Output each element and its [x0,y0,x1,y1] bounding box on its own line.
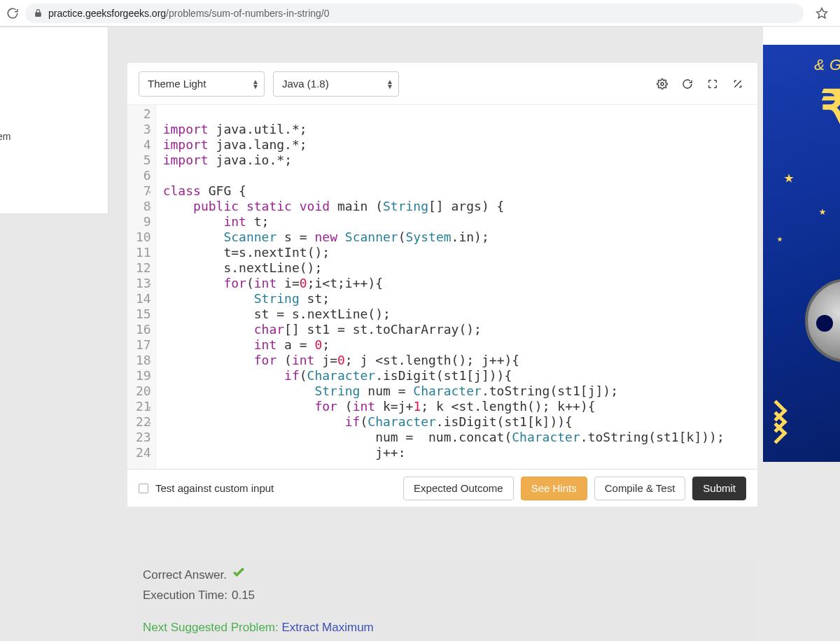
code-line[interactable]: String num = Character.toString(st1[j]); [163,383,750,399]
next-suggested-link[interactable]: Extract Maximum [281,621,373,634]
theme-select[interactable]: Theme Light [139,71,265,97]
reset-icon[interactable] [679,76,696,92]
line-number: 16 [136,322,151,337]
code-line[interactable]: public static void main (String[] args) … [163,199,750,214]
category-sidebar: shingeAlgorithmtrixcktrackingerating Sys… [0,27,108,214]
line-number: 9 [136,214,151,230]
line-number: 22▾ [136,414,151,430]
address-bar[interactable]: practice.geeksforgeeks.org/problems/sum-… [25,3,804,23]
star-icon [819,209,826,216]
see-hints-button[interactable]: See Hints [521,477,587,500]
line-number: 10 [136,230,151,245]
sidebar-item[interactable]: erating System [0,127,108,146]
editor-toolbar: Theme Light ▲▼ Java (1.8) ▲▼ [127,63,757,105]
line-number: 21▾ [136,399,151,414]
ad-rupee-icon: ₹ [763,84,840,130]
sidebar-show-more[interactable]: w more [0,185,108,205]
sidebar-item[interactable]: cktracking [0,107,108,127]
line-number: 14 [136,291,151,307]
line-number: 13▾ [136,276,151,291]
line-number: 5 [136,153,151,168]
code-line[interactable] [163,168,750,183]
sidebar-item[interactable]: shing [0,29,108,48]
code-line[interactable]: String st; [163,291,750,307]
code-line[interactable]: import java.lang.*; [163,137,750,153]
line-number-gutter: 23▾4567▾8▾910111213▾1415161718▾19▾2021▾2… [127,105,156,469]
reload-button[interactable] [0,1,25,26]
ad-get-text: & Get [763,56,840,74]
line-number: 2 [136,106,151,122]
custom-input-label: Test against custom input [155,482,274,494]
advertisement-banner[interactable]: We understand yo & Get ₹ [763,27,840,462]
film-reel-icon [784,272,840,376]
code-line[interactable]: t=s.nextInt(); [163,245,750,260]
line-number: 11 [136,245,151,260]
expand-icon[interactable] [729,76,746,92]
code-editor[interactable]: 23▾4567▾8▾910111213▾1415161718▾19▾2021▾2… [127,105,757,469]
language-select[interactable]: Java (1.8) [273,71,399,97]
lock-icon [34,8,43,17]
code-line[interactable]: import java.io.*; [163,153,750,168]
custom-input-checkbox[interactable] [139,484,148,493]
execution-time-label: Execution Time: [143,589,227,603]
line-number: 18▾ [136,353,151,368]
fold-marker-icon[interactable]: ▾ [148,416,152,431]
sidebar-item[interactable]: e [0,48,108,68]
code-line[interactable]: Scanner s = new Scanner(System.in); [163,230,750,245]
line-number: 15 [136,307,151,322]
line-number: 7▾ [136,183,151,199]
url-text: practice.geeksforgeeks.org/problems/sum-… [48,8,330,19]
fold-marker-icon[interactable]: ▾ [148,185,152,200]
line-number: 8▾ [136,199,151,214]
fold-marker-icon[interactable]: ▾ [148,400,152,416]
line-number: 24 [136,445,151,460]
code-line[interactable]: int a = 0; [163,337,750,353]
compile-test-button[interactable]: Compile & Test [594,477,686,500]
line-number: 19▾ [136,368,151,383]
bookmark-button[interactable] [809,1,834,26]
browser-toolbar: practice.geeksforgeeks.org/problems/sum-… [0,0,840,27]
fold-marker-icon[interactable]: ▾ [148,354,152,369]
execution-time-value: 0.15 [232,589,255,603]
svg-point-1 [661,83,664,85]
chevrons-icon [769,407,784,441]
fold-marker-icon[interactable]: ▾ [148,200,152,216]
sidebar-item[interactable]: trix [0,87,108,107]
line-number: 12 [136,260,151,276]
code-line[interactable] [163,106,750,122]
fold-marker-icon[interactable]: ▾ [148,123,152,139]
settings-icon[interactable] [654,76,671,92]
sidebar-item[interactable]: ph [0,166,108,185]
code-line[interactable]: for (int k=j+1; k <st.length(); k++){ [163,399,750,414]
code-line[interactable]: st = s.nextLine(); [163,307,750,322]
checkmark-icon [231,565,246,584]
code-line[interactable]: char[] st1 = st.toCharArray(); [163,322,750,337]
ad-tagline: We understand yo [763,27,840,45]
sidebar-item[interactable]: ked-List [0,146,108,166]
code-line[interactable]: for(int i=0;i<t;i++){ [163,276,750,291]
code-line[interactable]: j++: [163,445,750,460]
result-panel: Correct Answer. Execution Time:0.15 Next… [127,553,757,641]
code-line[interactable]: for (int j=0; j <st.length(); j++){ [163,353,750,368]
line-number: 23 [136,430,151,445]
code-line[interactable]: import java.util.*; [163,122,750,137]
code-line[interactable]: if(Character.isDigit(st1[j])){ [163,368,750,383]
next-suggested-label: Next Suggested Problem: [143,621,281,634]
code-line[interactable]: if(Character.isDigit(st1[k])){ [163,414,750,430]
editor-action-bar: Test against custom input Expected Outco… [127,469,757,507]
code-content[interactable]: import java.util.*;import java.lang.*;im… [156,105,757,469]
submit-button[interactable]: Submit [692,477,746,500]
fold-marker-icon[interactable]: ▾ [148,277,152,293]
star-icon [777,237,783,242]
fullscreen-icon[interactable] [704,76,721,92]
expected-outcome-button[interactable]: Expected Outcome [403,477,514,500]
fold-marker-icon[interactable]: ▾ [148,369,152,385]
sidebar-item[interactable]: Algorithm [0,68,108,87]
code-line[interactable]: s.nextLine(); [163,260,750,276]
correct-answer-label: Correct Answer. [143,568,227,582]
line-number: 3▾ [136,122,151,137]
svg-marker-0 [817,8,827,17]
code-line[interactable]: int t; [163,214,750,230]
code-line[interactable]: num = num.concat(Character.toString(st1[… [163,430,750,445]
code-line[interactable]: class GFG { [163,183,750,199]
